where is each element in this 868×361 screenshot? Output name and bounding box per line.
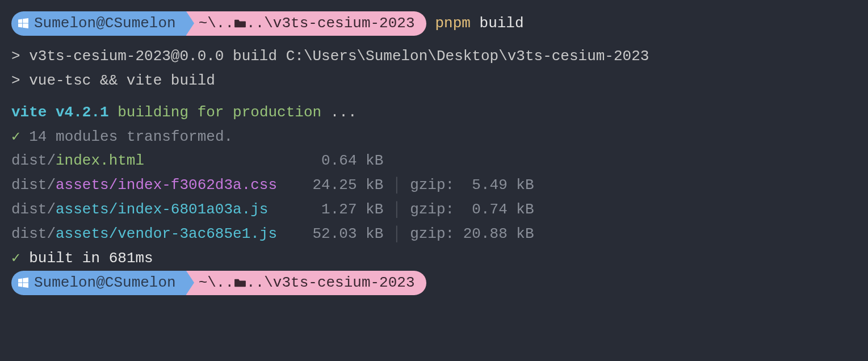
asset-filename: assets/index-f3062d3a.css (56, 177, 304, 194)
asset-size: 1.27 kB (304, 201, 383, 218)
prompt-user-pill: Sumelon@CSumelon (11, 271, 186, 295)
asset-filename: assets/index-6801a03a.js (56, 201, 304, 218)
column-divider: │ (383, 177, 410, 194)
prompt-user: Sumelon@CSumelon (34, 11, 176, 36)
prompt-line-1[interactable]: Sumelon@CSumelon ~\.. ..\v3ts-cesium-202… (11, 11, 857, 36)
prompt-path-pre: ~\.. (199, 271, 234, 295)
prompt-path-pre: ~\.. (199, 11, 234, 36)
asset-size: 24.25 kB (304, 177, 383, 194)
prompt-path-pill: ~\.. ..\v3ts-cesium-2023 (186, 11, 426, 36)
command-input[interactable]: pnpm build (435, 11, 524, 36)
asset-filename: index.html (56, 152, 304, 169)
asset-filename: assets/vendor-3ac685e1.js (56, 225, 304, 242)
asset-dist-prefix: dist/ (11, 177, 56, 194)
command-name: pnpm (435, 15, 471, 32)
folder-icon (234, 278, 246, 288)
separator-arrow-icon (186, 271, 194, 295)
column-divider: │ (383, 201, 410, 218)
asset-row: dist/assets/vendor-3ac685e1.js 52.03 kB … (11, 222, 857, 246)
transformed-line: ✓ 14 modules transformed. (11, 125, 857, 149)
command-arg: build (480, 15, 524, 32)
asset-dist-prefix: dist/ (11, 152, 56, 169)
asset-row: dist/index.html 0.64 kB (11, 149, 857, 173)
column-divider: │ (383, 225, 410, 242)
vite-building-line: vite v4.2.1 building for production ... (11, 100, 857, 125)
asset-dist-prefix: dist/ (11, 225, 56, 242)
asset-gzip: gzip: 5.49 kB (410, 177, 534, 194)
asset-row: dist/assets/index-6801a03a.js 1.27 kB │ … (11, 198, 857, 222)
asset-dist-prefix: dist/ (11, 201, 56, 218)
prompt-user: Sumelon@CSumelon (34, 271, 176, 295)
asset-size: 52.03 kB (304, 225, 383, 242)
check-icon: ✓ (11, 128, 20, 145)
prompt-path-post: ..\v3ts-cesium-2023 (246, 11, 414, 36)
built-line: ✓ built in 681ms (11, 246, 857, 271)
asset-size: 0.64 kB (304, 152, 383, 169)
separator-arrow-icon (186, 11, 194, 35)
asset-gzip: gzip: 0.74 kB (410, 201, 534, 218)
vite-version: vite v4.2.1 (11, 104, 109, 121)
prompt-path-pill: ~\.. ..\v3ts-cesium-2023 (186, 271, 426, 295)
prompt-line-2[interactable]: Sumelon@CSumelon ~\.. ..\v3ts-cesium-202… (11, 271, 857, 295)
windows-icon (18, 18, 28, 28)
output-line: > vue-tsc && vite build (11, 69, 857, 93)
windows-icon (18, 278, 28, 288)
check-icon: ✓ (11, 250, 20, 267)
asset-row: dist/assets/index-f3062d3a.css 24.25 kB … (11, 173, 857, 198)
asset-gzip: gzip: 20.88 kB (410, 225, 534, 242)
prompt-path-post: ..\v3ts-cesium-2023 (246, 271, 414, 295)
folder-icon (234, 18, 246, 28)
prompt-user-pill: Sumelon@CSumelon (11, 11, 186, 36)
output-line: > v3ts-cesium-2023@0.0.0 build C:\Users\… (11, 44, 857, 69)
